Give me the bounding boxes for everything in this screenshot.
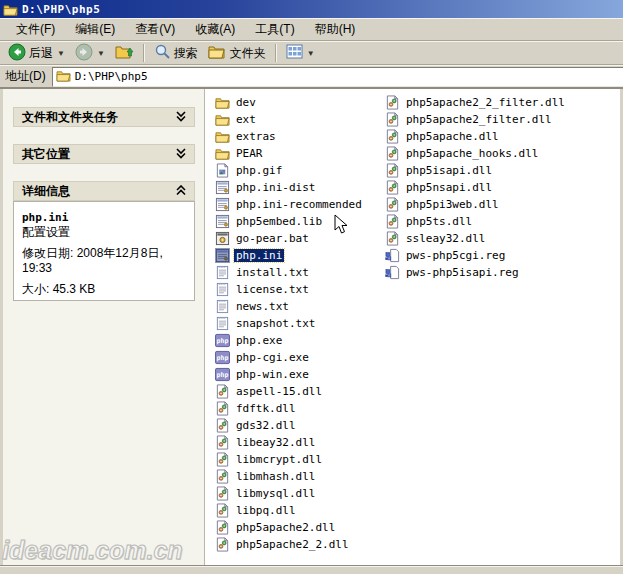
exe-icon: php	[215, 350, 230, 365]
file-item[interactable]: gds32.dll	[215, 417, 383, 434]
file-item[interactable]: extras	[215, 128, 383, 145]
file-label: ext	[234, 113, 258, 126]
dll-icon	[385, 112, 400, 127]
file-item[interactable]: libpq.dll	[215, 502, 383, 519]
menu-item-2[interactable]: 查看(V)	[125, 18, 185, 41]
details-size: 大小: 45.3 KB	[22, 282, 186, 297]
file-label: php5apache.dll	[404, 130, 501, 143]
address-bar: 地址(D) D:\PHP\php5	[0, 65, 623, 89]
file-label: php5apache_hooks.dll	[404, 147, 540, 160]
file-item[interactable]: libmysql.dll	[215, 485, 383, 502]
file-item[interactable]: php5apache2_2_filter.dll	[385, 94, 585, 111]
file-label: php5apache2_2_filter.dll	[404, 96, 567, 109]
file-item[interactable]: php5apache2_filter.dll	[385, 111, 585, 128]
views-icon	[286, 44, 303, 62]
file-item[interactable]: ssleay32.dll	[385, 230, 585, 247]
explorer-window: D:\PHP\php5 文件(F)编辑(E)查看(V)收藏(A)工具(T)帮助(…	[0, 0, 623, 574]
address-input[interactable]: D:\PHP\php5	[75, 70, 148, 83]
file-item[interactable]: php5apache2_2.dll	[215, 536, 383, 553]
views-button[interactable]: ▼	[282, 43, 319, 63]
folders-label: 文件夹	[230, 45, 266, 62]
file-label: php5apache2_2.dll	[234, 538, 351, 551]
file-item[interactable]: php5apache.dll	[385, 128, 585, 145]
back-icon	[8, 43, 26, 64]
search-icon	[154, 43, 171, 63]
file-item[interactable]: license.txt	[215, 281, 383, 298]
file-item[interactable]: news.txt	[215, 298, 383, 315]
section-other-places[interactable]: 其它位置	[13, 144, 195, 164]
folder-up-icon	[115, 43, 134, 63]
file-item[interactable]: fdftk.dll	[215, 400, 383, 417]
reg-icon	[385, 265, 400, 280]
section-details[interactable]: 详细信息	[13, 181, 195, 201]
file-item[interactable]: libmcrypt.dll	[215, 451, 383, 468]
chevron-double-up-icon[interactable]	[176, 182, 186, 200]
search-button[interactable]: 搜索	[150, 42, 202, 64]
file-label: libeay32.dll	[234, 436, 317, 449]
file-item[interactable]: php5isapi.dll	[385, 162, 585, 179]
file-item[interactable]: php5nsapi.dll	[385, 179, 585, 196]
file-item[interactable]: install.txt	[215, 264, 383, 281]
file-item[interactable]: aspell-15.dll	[215, 383, 383, 400]
menu-item-3[interactable]: 收藏(A)	[185, 18, 245, 41]
dll-icon	[215, 469, 230, 484]
file-item[interactable]: php.gif	[215, 162, 383, 179]
file-item[interactable]: libeay32.dll	[215, 434, 383, 451]
file-item[interactable]: phpphp-win.exe	[215, 366, 383, 383]
menu-item-5[interactable]: 帮助(H)	[305, 18, 366, 41]
file-item[interactable]: php5apache2.dll	[215, 519, 383, 536]
file-label: php-win.exe	[234, 368, 311, 381]
file-label: php5pi3web.dll	[404, 198, 501, 211]
file-label: extras	[234, 130, 278, 143]
file-item-selected[interactable]: php.ini	[215, 247, 383, 264]
bat-icon	[215, 231, 230, 246]
dll-icon	[385, 129, 400, 144]
forward-button[interactable]: ▼	[71, 42, 109, 65]
chevron-double-down-icon[interactable]	[176, 145, 186, 163]
file-item[interactable]: php5pi3web.dll	[385, 196, 585, 213]
chevron-double-down-icon[interactable]	[176, 108, 186, 126]
file-item[interactable]: php.ini-recommended	[215, 196, 383, 213]
file-item[interactable]: pws-php5isapi.reg	[385, 264, 585, 281]
file-label: php.ini-recommended	[234, 198, 364, 211]
file-item[interactable]: PEAR	[215, 145, 383, 162]
file-label: PEAR	[234, 147, 265, 160]
up-button[interactable]	[111, 42, 138, 64]
file-item[interactable]: dev	[215, 94, 383, 111]
section-title: 其它位置	[22, 146, 70, 163]
back-dropdown-icon[interactable]: ▼	[57, 49, 65, 58]
file-item[interactable]: phpphp-cgi.exe	[215, 349, 383, 366]
file-item[interactable]: pws-php5cgi.reg	[385, 247, 585, 264]
file-item[interactable]: go-pear.bat	[215, 230, 383, 247]
file-item[interactable]: php5ts.dll	[385, 213, 585, 230]
file-item[interactable]: snapshot.txt	[215, 315, 383, 332]
views-dropdown-icon[interactable]: ▼	[307, 49, 315, 58]
menu-item-1[interactable]: 编辑(E)	[65, 18, 125, 41]
details-modified: 修改日期: 2008年12月8日,	[22, 246, 186, 261]
file-item[interactable]: libmhash.dll	[215, 468, 383, 485]
menu-item-0[interactable]: 文件(F)	[6, 18, 65, 41]
folders-button[interactable]: 文件夹	[204, 43, 270, 64]
file-label: php.ini-dist	[234, 181, 317, 194]
section-file-folder-tasks[interactable]: 文件和文件夹任务	[13, 107, 195, 127]
file-item[interactable]: php5apache_hooks.dll	[385, 145, 585, 162]
forward-dropdown-icon[interactable]: ▼	[97, 49, 105, 58]
file-item[interactable]: ext	[215, 111, 383, 128]
reg-icon	[385, 248, 400, 263]
dll-icon	[385, 180, 400, 195]
file-item[interactable]: phpphp.exe	[215, 332, 383, 349]
back-button[interactable]: 后退 ▼	[4, 42, 69, 65]
file-item[interactable]: php.ini-dist	[215, 179, 383, 196]
exe-icon: php	[215, 333, 230, 348]
status-bar	[0, 566, 623, 574]
dll-icon	[215, 503, 230, 518]
file-label: php.exe	[234, 334, 284, 347]
svg-text:php: php	[217, 337, 229, 345]
title-bar[interactable]: D:\PHP\php5	[0, 0, 623, 18]
file-item[interactable]: php5embed.lib	[215, 213, 383, 230]
search-label: 搜索	[174, 45, 198, 62]
menu-item-4[interactable]: 工具(T)	[245, 18, 304, 41]
address-combo[interactable]: D:\PHP\php5	[52, 67, 623, 87]
file-label: gds32.dll	[234, 419, 298, 432]
toolbar-separator	[143, 44, 145, 62]
